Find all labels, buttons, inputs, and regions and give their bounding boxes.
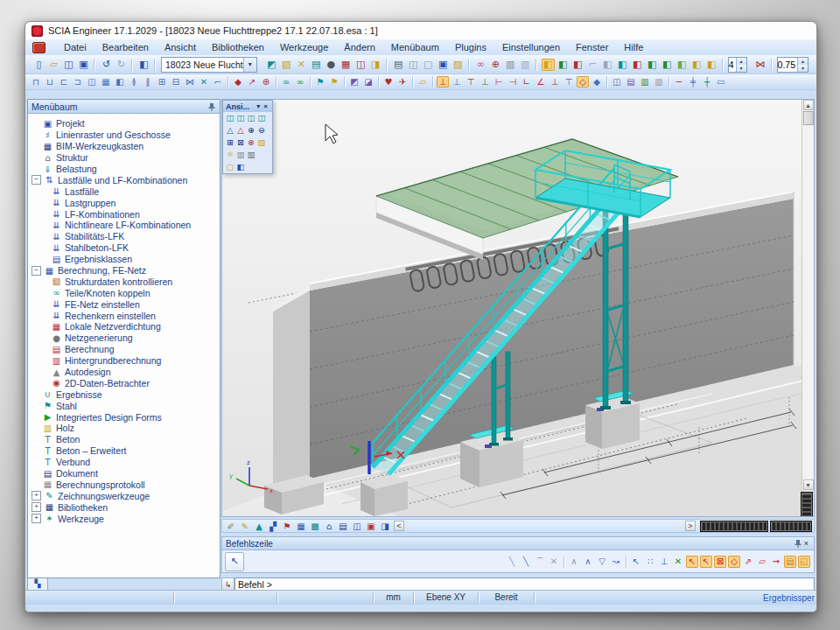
support-fixed-icon[interactable]: ⊥ (437, 76, 449, 88)
snap-perpendicular-icon[interactable]: ⇗ (742, 556, 754, 568)
tree-item-holz[interactable]: ▥Holz (28, 423, 220, 434)
view-top-icon[interactable]: ◫ (246, 113, 256, 123)
tree-item-ergebnisse[interactable]: ∪Ergebnisse (28, 388, 220, 400)
window-split-icon[interactable]: ◧ (137, 59, 150, 71)
horizontal-zoom-slider[interactable] (700, 521, 768, 532)
viewport-vertical-scrollbar[interactable]: ▲ ▼ (802, 100, 814, 490)
tree-item-linienraster-und-geschosse[interactable]: ♯Linienraster und Geschosse (28, 130, 220, 141)
arc-icon[interactable]: ⌒ (534, 556, 546, 568)
view-1-icon[interactable]: ◧ (542, 59, 555, 71)
chart-icon[interactable]: ▞ (267, 521, 279, 532)
new-document-icon[interactable]: ▯ (32, 59, 46, 71)
beam-icon[interactable]: ⊓ (30, 76, 42, 88)
layout-icon[interactable]: ◫ (354, 59, 368, 71)
document-2-icon[interactable]: ▨ (452, 59, 465, 71)
open-folder-icon[interactable]: ▱ (416, 76, 429, 88)
spinner-buttons[interactable]: ▴▾ (797, 58, 808, 72)
doc-purple-2-icon[interactable]: ◪ (362, 76, 374, 88)
tree-item-stahlbeton-lfk[interactable]: ⇊Stahlbeton-LFK (28, 242, 220, 254)
support-2-icon[interactable]: ⊥ (549, 76, 561, 88)
truss-icon[interactable]: ⋈ (184, 76, 196, 88)
box-icon[interactable]: ▭ (715, 76, 727, 88)
tree-item-stahl[interactable]: ⚑Stahl (28, 400, 220, 411)
polyline-icon[interactable]: ⌐ (212, 76, 224, 88)
model-3d-scene[interactable]: x z y (222, 100, 803, 516)
zoom-all-icon[interactable]: ⊠ (235, 137, 246, 148)
zoom-out-icon[interactable]: ⊖ (256, 125, 267, 136)
tree-item-bibliotheken[interactable]: +▦Bibliotheken (28, 501, 220, 513)
tree-item-autodesign[interactable]: ▲Autodesign (28, 367, 220, 378)
document-icon[interactable]: ▤ (337, 521, 349, 532)
tree-item-berechnungsprotokoll[interactable]: ▦Berechnungsprotokoll (28, 480, 220, 491)
tree-item-bim-werkzeugkasten[interactable]: ▦BIM-Werkzeugkasten (28, 141, 220, 152)
couple-2-icon[interactable]: ∞ (294, 76, 306, 88)
opening-icon[interactable]: ≬ (128, 76, 140, 88)
expand-icon[interactable]: + (32, 491, 41, 500)
view-12-icon[interactable]: ◧ (705, 59, 718, 71)
view-6-icon[interactable]: ◧ (616, 59, 629, 71)
fly-through-icon[interactable]: ✈ (396, 76, 409, 88)
scroll-up-icon[interactable]: ▲ (803, 100, 814, 110)
tree-item-rechenkern-einstellen[interactable]: ⇊Rechenkern einstellen (28, 310, 220, 321)
support-green-icon[interactable]: ⊥ (479, 76, 491, 88)
zoom-level-spinner[interactable]: 4▴▾ (728, 57, 747, 73)
load-point-icon[interactable]: ◆ (232, 76, 244, 88)
load-free-icon[interactable]: ⊕ (260, 76, 272, 88)
snap-midpoint-icon[interactable]: ↖ (700, 556, 712, 568)
chair-icon[interactable]: ⋊ (816, 59, 817, 71)
view-3-icon[interactable]: ◧ (571, 59, 584, 71)
axonometry-red-icon[interactable]: △ (235, 125, 246, 136)
title-bar[interactable]: SCIA Engineer 17.1.2029 - [18023 Neue Fl… (25, 22, 816, 39)
gallery-icon[interactable]: ▦ (340, 59, 353, 71)
pin-icon[interactable] (207, 102, 216, 111)
expand-icon[interactable]: + (32, 502, 41, 512)
render-sphere-icon[interactable]: ● (325, 59, 338, 71)
close-icon[interactable]: × (262, 102, 270, 110)
book-icon[interactable]: ▥ (639, 76, 651, 88)
diamond-icon[interactable]: ◆ (591, 76, 603, 88)
picture-icon[interactable]: ▣ (437, 59, 450, 71)
layout-2-icon[interactable]: ◨ (369, 59, 382, 71)
database-icon[interactable]: ◫ (611, 76, 623, 88)
collapse-icon[interactable]: − (32, 266, 41, 276)
tree-item-stabilitäts-lfk[interactable]: ⇊Stabilitäts-LFK (28, 231, 220, 242)
menu-ändern[interactable]: Ändern (336, 40, 382, 54)
menu-bearbeiten[interactable]: Bearbeiten (94, 40, 157, 54)
line-2-icon[interactable]: ╲ (520, 556, 532, 568)
view-parameters-icon[interactable]: ◧ (235, 162, 246, 172)
tree-item-verbund[interactable]: TVerbund (28, 457, 220, 468)
view-back-icon[interactable]: ◫ (256, 113, 267, 123)
clip-box-icon[interactable]: ▢ (225, 162, 235, 172)
tree-item-belastung[interactable]: ⇓Belastung (28, 164, 220, 175)
triangle-icon[interactable]: ▲ (253, 521, 265, 532)
tab-scroll-right-button[interactable]: > (685, 521, 696, 531)
horizontal-pan-slider[interactable] (770, 521, 812, 532)
cursor-mode-button[interactable]: ↖ (225, 552, 244, 571)
combo-arrow-icon[interactable]: ▾ (243, 58, 256, 72)
tree-item-hintergrundberechnung[interactable]: ▥Hintergrundberechnung (28, 355, 220, 367)
vertex-2-icon[interactable]: ∧ (582, 556, 594, 568)
grid-snap-icon[interactable]: ∷ (644, 556, 656, 568)
document-icon[interactable]: ▢ (422, 59, 435, 71)
open-view-icon[interactable]: ▨ (256, 137, 267, 148)
render-wire-icon[interactable]: ▥ (235, 150, 246, 160)
ortho-icon[interactable]: ⊥ (658, 556, 670, 568)
tab-scroll-left-button[interactable]: < (394, 521, 404, 531)
corner-icon[interactable]: ∟ (521, 76, 533, 88)
add-member-icon[interactable]: ⊞ (156, 76, 168, 88)
tree-item-zeichnungswerkzeuge[interactable]: +✎Zeichnungswerkzeuge (28, 490, 220, 501)
tree-item-projekt[interactable]: ▣Projekt (28, 118, 220, 130)
favourite-icon[interactable]: ♥ (382, 76, 395, 88)
activity-icon[interactable]: ✕ (295, 59, 308, 71)
book-2-icon[interactable]: ▥ (653, 76, 665, 88)
tree-item-lastfälle[interactable]: ⇊Lastfälle (28, 186, 220, 197)
hinge-l-icon[interactable]: ⊢ (493, 76, 505, 88)
tree-item-struktur[interactable]: ⌂Struktur (28, 152, 220, 164)
pin-icon[interactable] (794, 539, 802, 548)
view-8-icon[interactable]: ◧ (646, 59, 659, 71)
tree-item-teile-knoten-koppeln[interactable]: ∞Teile/Knoten koppeln (28, 287, 220, 298)
spinner-buttons[interactable]: ▴▾ (736, 58, 746, 72)
render-solid-icon[interactable]: ▥ (246, 150, 256, 160)
activity-icon[interactable]: ✐ (225, 521, 237, 532)
draw-icon[interactable]: ✎ (239, 521, 251, 532)
